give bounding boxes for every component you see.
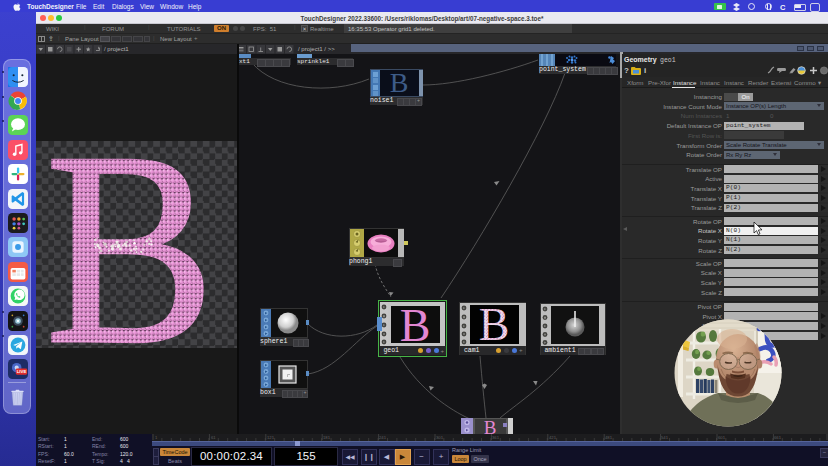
svg-text:61: 61: [211, 435, 216, 440]
svg-text:421: 421: [549, 435, 557, 440]
svg-text:601: 601: [718, 435, 726, 440]
svg-text:B: B: [390, 70, 409, 96]
svg-text:B: B: [45, 95, 214, 400]
svg-text:481: 481: [605, 435, 613, 440]
svg-text:301: 301: [436, 435, 444, 440]
svg-text:B: B: [399, 306, 430, 343]
svg-text:LIVE: LIVE: [17, 370, 27, 375]
svg-text:361: 361: [492, 435, 500, 440]
svg-text:121: 121: [267, 435, 275, 440]
svg-text:B: B: [479, 305, 510, 344]
svg-text:541: 541: [661, 435, 669, 440]
svg-text:241: 241: [379, 435, 387, 440]
svg-text:B: B: [484, 418, 497, 435]
svg-text:181: 181: [323, 435, 331, 440]
svg-text:661: 661: [774, 435, 782, 440]
